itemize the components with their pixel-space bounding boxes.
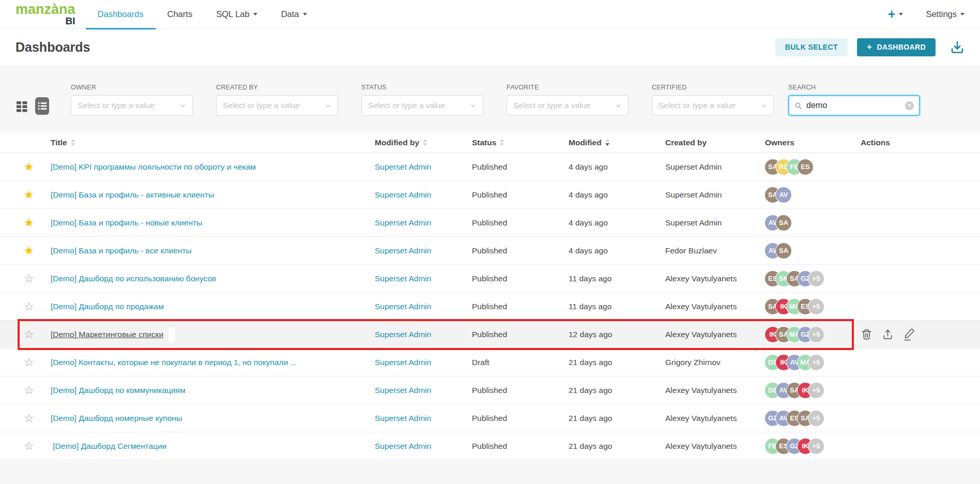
delete-icon[interactable]: [861, 328, 872, 340]
filter-select[interactable]: Select or type a value: [71, 95, 193, 116]
dashboard-title-link[interactable]: [Demo] Дашборд номерные купоны: [51, 414, 182, 423]
sort-icon[interactable]: [500, 139, 504, 146]
nav-item[interactable]: Dashboards: [86, 0, 156, 29]
nav-item[interactable]: Data: [269, 0, 319, 29]
modified-by-link[interactable]: Superset Admin: [375, 414, 431, 423]
filter-select[interactable]: Select or type a value: [507, 95, 629, 116]
modified-by-link[interactable]: Superset Admin: [375, 442, 431, 451]
modified-by-link[interactable]: Superset Admin: [375, 218, 431, 228]
dashboard-title-link[interactable]: [Demo] Дашборд по продажам: [51, 302, 164, 311]
new-item-dropdown[interactable]: +: [888, 8, 904, 21]
column-header[interactable]: Modified: [569, 138, 665, 147]
bulk-select-button[interactable]: BULK SELECT: [775, 38, 848, 56]
created-by-text: Alexey Vaytulyanets: [665, 302, 737, 311]
column-header[interactable]: Owners: [765, 138, 861, 147]
dashboard-title-link[interactable]: [Demo] Дашборд по коммуникациям: [51, 386, 186, 395]
new-dashboard-button[interactable]: + DASHBOARD: [857, 38, 936, 56]
modified-text: 21 days ago: [569, 386, 612, 395]
owners-list: SAIKMAES+5: [765, 299, 861, 314]
modified-by-link[interactable]: Superset Admin: [375, 358, 431, 367]
owners-list: GZAVESSA+5: [765, 411, 861, 426]
column-header[interactable]: Actions: [861, 138, 980, 147]
status-text: Published: [472, 218, 507, 228]
table-row[interactable]: ★ [Demo] База и профиль - все клиенты Su…: [0, 237, 980, 265]
favorite-star-icon[interactable]: ★: [24, 217, 34, 229]
brand-logo[interactable]: manzàna BI: [16, 3, 75, 26]
favorite-star-icon[interactable]: ☆: [24, 357, 34, 368]
edit-icon[interactable]: [903, 328, 915, 341]
owner-avatar[interactable]: +5: [808, 299, 824, 314]
filter-select[interactable]: Select or type a value: [652, 95, 774, 116]
owner-avatar[interactable]: SA: [776, 243, 791, 259]
owner-avatar[interactable]: +5: [808, 327, 824, 342]
table-row[interactable]: ☆ [Demo] Дашборд Сегментации Superset Ad…: [0, 432, 980, 460]
settings-menu[interactable]: Settings: [926, 9, 964, 19]
table-row[interactable]: ☆ [Demo] Дашборд по коммуникациям Supers…: [0, 376, 980, 404]
column-header[interactable]: Created by: [665, 138, 765, 147]
favorite-star-icon[interactable]: ★: [24, 161, 34, 173]
search-input[interactable]: [806, 101, 901, 110]
dashboard-title-link[interactable]: [Demo] Маркетинговые списки: [51, 330, 163, 339]
favorite-star-icon[interactable]: ★: [24, 189, 34, 201]
modified-by-link[interactable]: Superset Admin: [375, 330, 431, 339]
clear-search-icon[interactable]: ✕: [905, 101, 914, 110]
filter-select[interactable]: Select or type a value: [216, 95, 338, 116]
modified-by-link[interactable]: Superset Admin: [375, 246, 431, 255]
owner-avatar[interactable]: +5: [808, 383, 824, 398]
owner-avatar[interactable]: SA: [776, 215, 791, 231]
filter-label: OWNER: [71, 84, 193, 91]
modified-by-link[interactable]: Superset Admin: [375, 274, 431, 283]
favorite-star-icon[interactable]: ☆: [24, 301, 34, 312]
export-icon[interactable]: [882, 328, 894, 340]
table-row[interactable]: ☆ [Demo] Дашборд по продажам Superset Ad…: [0, 293, 980, 321]
owner-avatar[interactable]: AV: [776, 187, 791, 203]
favorite-star-icon[interactable]: ☆: [24, 273, 34, 284]
favorite-star-icon[interactable]: ☆: [24, 413, 34, 424]
sort-icon[interactable]: [423, 139, 427, 146]
owner-avatar[interactable]: +5: [808, 411, 824, 426]
table-row[interactable]: ★ [Demo] База и профиль - новые клиенты …: [0, 209, 980, 237]
owner-avatar[interactable]: +5: [808, 355, 824, 370]
owners-list: AVSA: [765, 215, 861, 231]
favorite-star-icon[interactable]: ☆: [24, 385, 34, 396]
owner-avatar[interactable]: +5: [808, 438, 824, 454]
dashboard-title-link[interactable]: [Demo] KPI программы лояльности по оборо…: [51, 162, 256, 172]
column-header[interactable]: Modified by: [375, 138, 472, 147]
sort-icon[interactable]: [605, 139, 609, 146]
filter-field: FAVORITE Select or type a value: [507, 84, 629, 116]
owner-avatar[interactable]: +5: [808, 271, 824, 286]
table-row[interactable]: ☆ [Demo] Маркетинговые списки Superset A…: [0, 321, 980, 349]
table-row[interactable]: ★ [Demo] KPI программы лояльности по обо…: [0, 153, 980, 181]
dashboard-title-link[interactable]: [Demo] База и профиль - новые клиенты: [51, 218, 202, 228]
sort-icon[interactable]: [71, 139, 75, 146]
created-by-text: Alexey Vaytulyanets: [665, 414, 737, 423]
filter-label: STATUS: [361, 84, 483, 91]
column-header[interactable]: Title: [51, 138, 375, 147]
owner-avatar[interactable]: ES: [798, 159, 813, 175]
table-row[interactable]: ☆ [Demo] Контакты, которые не покупали в…: [0, 349, 980, 376]
modified-by-link[interactable]: Superset Admin: [375, 302, 431, 311]
modified-by-link[interactable]: Superset Admin: [375, 162, 431, 172]
favorite-star-icon[interactable]: ☆: [24, 441, 34, 452]
dashboard-title-link[interactable]: [Demo] Контакты, которые не покупали в п…: [51, 358, 297, 367]
favorite-star-icon[interactable]: ☆: [24, 329, 34, 340]
chevron-down-icon: [179, 102, 186, 109]
favorite-star-icon[interactable]: ★: [24, 245, 34, 256]
column-header[interactable]: Status: [472, 138, 569, 147]
dashboard-title-link[interactable]: [Demo] Дашборд по использованию бонусов: [51, 274, 216, 283]
modified-by-link[interactable]: Superset Admin: [375, 190, 431, 200]
import-dashboards-icon[interactable]: [950, 40, 964, 54]
filter-select[interactable]: Select or type a value: [361, 95, 483, 116]
nav-item[interactable]: SQL Lab: [204, 0, 269, 29]
nav-item[interactable]: Charts: [156, 0, 205, 29]
modified-by-link[interactable]: Superset Admin: [375, 386, 431, 395]
dashboard-title-link[interactable]: [Demo] База и профиль - все клиенты: [51, 246, 192, 255]
dashboard-title-link[interactable]: [Demo] База и профиль - активные клиенты: [51, 190, 214, 200]
dashboard-title-link[interactable]: [Demo] Дашборд Сегментации: [51, 442, 166, 451]
table-row[interactable]: ☆ [Demo] Дашборд по использованию бонусо…: [0, 265, 980, 293]
table-row[interactable]: ★ [Demo] База и профиль - активные клиен…: [0, 181, 980, 209]
table-row[interactable]: ☆ [Demo] Дашборд номерные купоны Superse…: [0, 404, 980, 432]
list-view-icon[interactable]: [35, 97, 49, 115]
card-view-icon[interactable]: [16, 100, 28, 113]
dashboards-page: manzàna BI Dashboards Charts SQL Lab Dat…: [0, 0, 980, 484]
